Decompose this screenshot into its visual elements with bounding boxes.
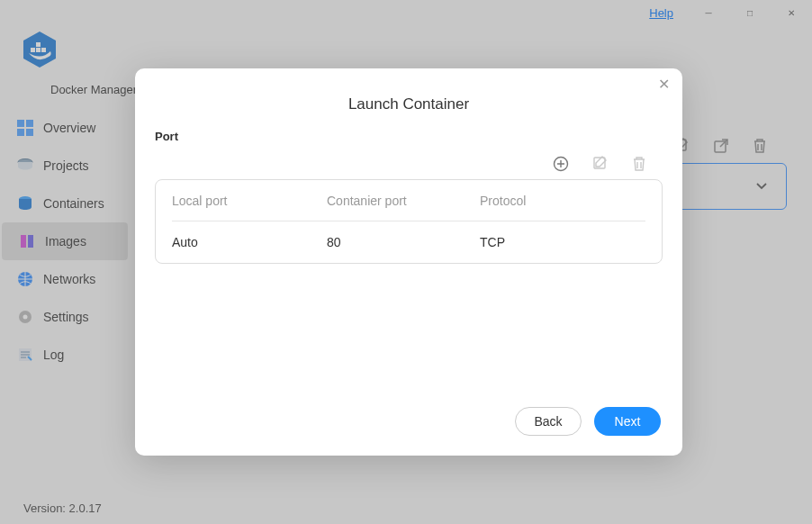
cell-protocol: TCP (480, 235, 645, 249)
col-container-port: Contanier port (327, 194, 480, 208)
port-table: Local port Contanier port Protocol Auto … (155, 179, 663, 264)
add-port-icon[interactable] (553, 156, 569, 172)
port-row[interactable]: Auto 80 TCP (172, 221, 645, 263)
close-icon[interactable]: ✕ (658, 77, 670, 92)
col-protocol: Protocol (480, 194, 645, 208)
launch-container-modal: ✕ Launch Container Port Local port Conta… (135, 68, 682, 456)
back-button[interactable]: Back (515, 407, 582, 436)
delete-port-icon[interactable] (632, 156, 646, 172)
next-button[interactable]: Next (594, 407, 661, 436)
port-section-label: Port (155, 130, 663, 143)
col-local-port: Local port (172, 194, 327, 208)
edit-port-icon[interactable] (592, 156, 609, 172)
cell-container-port: 80 (327, 235, 480, 249)
cell-local-port: Auto (172, 235, 327, 249)
modal-title: Launch Container (135, 95, 682, 113)
